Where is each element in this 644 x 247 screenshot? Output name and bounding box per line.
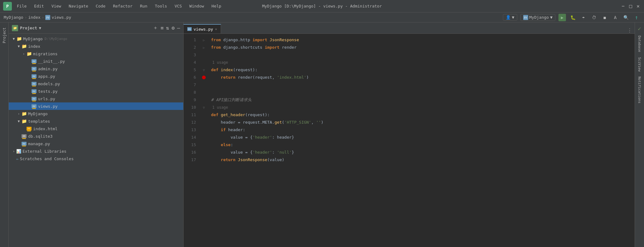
- gutter-10: ▽: [199, 104, 209, 111]
- line-num-9: 9: [184, 96, 196, 104]
- debug-button[interactable]: 🐛: [569, 14, 577, 21]
- label-ext-libs: External Libraries: [22, 149, 66, 154]
- tree-item-manage[interactable]: py manage.py: [9, 140, 183, 147]
- tree-item-admin[interactable]: py admin.py: [9, 65, 183, 72]
- project-tab-label[interactable]: Project: [1, 25, 8, 46]
- menu-tools[interactable]: Tools: [152, 2, 170, 10]
- tree-item-apps[interactable]: py apps.py: [9, 72, 183, 80]
- file-tree-chevron[interactable]: ▼: [39, 26, 41, 30]
- line-num-3: 3: [184, 51, 196, 59]
- code-line-15: value = {'header': 'null'}: [211, 149, 635, 156]
- label-tests: tests.py: [38, 89, 58, 94]
- file-tree-header: 📁 Project ▼ ＋ ≡ ⇅ ⚙ —: [9, 22, 183, 34]
- notifications-panel-tab[interactable]: Notifications: [636, 75, 643, 105]
- tree-item-urls[interactable]: py urls.py: [9, 95, 183, 102]
- tree-item-views[interactable]: py views.py: [9, 102, 183, 110]
- code-line-5: def index(request):: [211, 66, 635, 74]
- menu-refactor[interactable]: Refactor: [111, 2, 135, 10]
- label-models: models.py: [38, 82, 60, 86]
- chevron-migrations: ›: [21, 52, 26, 56]
- label-init: __init__.py: [38, 59, 65, 64]
- menu-code[interactable]: Code: [93, 2, 108, 10]
- profile-button[interactable]: 👤 ▼: [503, 14, 517, 21]
- code-line-13: value = {'header': header}: [211, 134, 635, 141]
- menu-file[interactable]: File: [14, 2, 29, 10]
- tree-item-ext-libs[interactable]: › 📊 External Libraries: [9, 147, 183, 155]
- tree-item-init[interactable]: py __init__.py: [9, 57, 183, 65]
- line-num-14: 14: [184, 134, 196, 141]
- folder-icon-mydj-sub: 📁: [21, 111, 27, 116]
- chevron-ext-libs: ›: [11, 149, 16, 153]
- tabs-menu-icon[interactable]: ⋮: [627, 27, 632, 33]
- coverage-button[interactable]: ☂: [580, 14, 587, 21]
- menu-view[interactable]: View: [49, 2, 64, 10]
- menu-vcs[interactable]: VCS: [172, 2, 184, 10]
- tree-item-migrations[interactable]: › 📁 migrations: [9, 50, 183, 57]
- gutter-7: [199, 81, 209, 89]
- tree-item-mydj-sub[interactable]: › 📁 MyDjango: [9, 110, 183, 117]
- code-line-12: if header:: [211, 126, 635, 134]
- menu-help[interactable]: Help: [209, 2, 224, 10]
- code-line-14: else:: [211, 141, 635, 149]
- sciview-panel-tab[interactable]: SciView: [636, 55, 643, 73]
- gutter-2: ▷: [199, 44, 209, 51]
- gutter-8: [199, 89, 209, 96]
- tree-item-index[interactable]: ▼ 📁 index: [9, 42, 183, 50]
- tree-item-mydj-root[interactable]: ▼ 📁 MyDjango D:\MyDjango: [9, 35, 183, 42]
- database-panel-tab[interactable]: Database: [636, 34, 643, 54]
- py-icon-init: py: [31, 59, 37, 63]
- update-button[interactable]: ↑: [633, 14, 640, 21]
- tree-item-models[interactable]: py models.py: [9, 80, 183, 87]
- expand-all-icon[interactable]: ⇅: [166, 25, 169, 31]
- tree-item-index-html[interactable]: ht index.html: [9, 125, 183, 132]
- tab-close-icon[interactable]: ×: [215, 27, 217, 31]
- code-line-11: header = request.META.get('HTTP_SIGN', '…: [211, 119, 635, 126]
- path-mydj: D:\MyDjango: [45, 37, 67, 41]
- right-panels: ✓ Database SciView Notifications: [635, 22, 644, 247]
- run-button[interactable]: ▶: [558, 14, 566, 21]
- code-content[interactable]: from django.http import JsonResponse fro…: [209, 34, 635, 247]
- search-everywhere-button[interactable]: 🔍: [622, 14, 630, 21]
- chevron-mydj-sub: ›: [16, 112, 21, 116]
- chevron-index: ▼: [16, 44, 21, 48]
- tree-item-tests[interactable]: py tests.py: [9, 87, 183, 95]
- tree-item-db[interactable]: db db.sqlite3: [9, 132, 183, 140]
- code-line-10: def get_header(request):: [211, 111, 635, 119]
- app-logo: P: [3, 2, 12, 11]
- maximize-button[interactable]: □: [628, 3, 633, 9]
- menu-window[interactable]: Window: [187, 2, 207, 10]
- tree-item-scratches[interactable]: ✏ Scratches and Consoles: [9, 155, 183, 162]
- stop-button[interactable]: ◼: [601, 14, 608, 21]
- profile-run-button[interactable]: ⏱: [590, 14, 598, 21]
- gutter-5: ▽: [199, 66, 209, 74]
- breakpoint-6[interactable]: [202, 76, 206, 79]
- run-config-button[interactable]: py MyDjango ▼: [520, 14, 555, 21]
- breadcrumb-project[interactable]: MyDjango: [4, 15, 23, 20]
- settings-icon[interactable]: ⚙: [172, 25, 175, 31]
- translate-button[interactable]: A: [612, 14, 619, 21]
- py-icon-apps: py: [31, 74, 37, 78]
- close-button[interactable]: ✕: [635, 3, 641, 9]
- hide-panel-icon[interactable]: —: [177, 25, 180, 31]
- tab-views-py[interactable]: py views.py ×: [184, 24, 221, 33]
- line-num-12: 12: [184, 119, 196, 126]
- collapse-all-icon[interactable]: ≡: [160, 25, 164, 31]
- line-numbers: 1 2 3 4 5 6 7 8 9 10 11 12 13 14 15 16 1…: [184, 34, 199, 247]
- label-manage: manage.py: [28, 141, 50, 146]
- project-sidebar-tab[interactable]: Project: [0, 22, 9, 247]
- menu-edit[interactable]: Edit: [32, 2, 46, 10]
- code-line-16: return JsonResponse(value): [211, 156, 635, 164]
- menu-navigate[interactable]: Navigate: [66, 2, 91, 10]
- breadcrumb-folder[interactable]: index: [28, 15, 40, 20]
- editor-tabs: py views.py × ⋮: [184, 22, 635, 34]
- menu-run[interactable]: Run: [138, 2, 150, 10]
- py-icon-admin: py: [31, 67, 37, 71]
- breadcrumb-file[interactable]: py views.py: [45, 15, 71, 20]
- minimize-button[interactable]: −: [620, 3, 626, 9]
- breadcrumb-toolbar: 👤 ▼ py MyDjango ▼ ▶ 🐛 ☂ ⏱ ◼ A 🔍 ↑: [503, 14, 640, 21]
- code-line-6: return render(request, 'index.html'): [211, 74, 635, 81]
- new-file-icon[interactable]: ＋: [153, 25, 158, 31]
- code-line-7: [211, 81, 635, 89]
- code-line-8: [211, 89, 635, 96]
- tree-item-templates[interactable]: ▼ 📁 templates: [9, 117, 183, 125]
